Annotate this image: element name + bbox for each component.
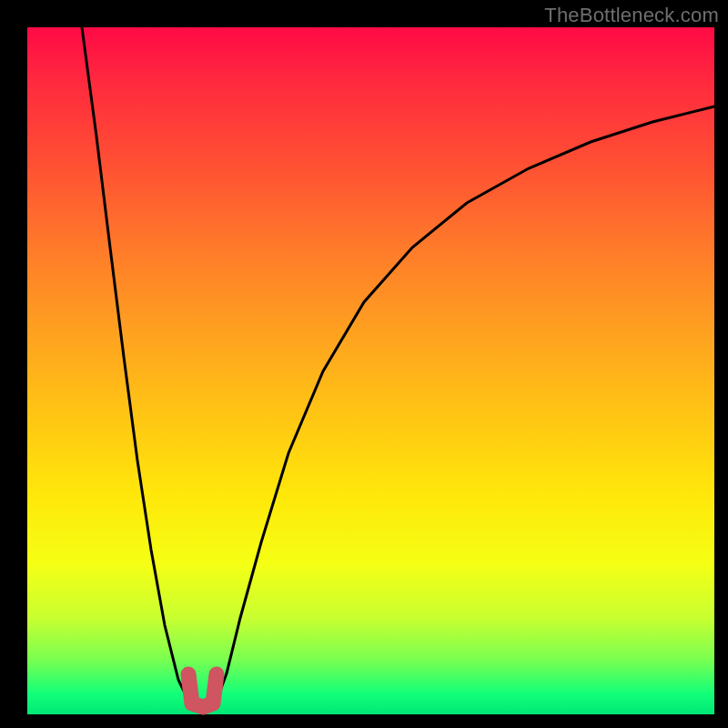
curve-left-branch	[82, 27, 188, 701]
curve-right-branch	[217, 106, 714, 701]
curve-layer	[27, 27, 714, 714]
plot-area	[27, 27, 714, 714]
chart-frame: TheBottleneck.com	[0, 0, 728, 728]
trough-marker	[188, 674, 217, 707]
watermark-text: TheBottleneck.com	[544, 4, 719, 27]
